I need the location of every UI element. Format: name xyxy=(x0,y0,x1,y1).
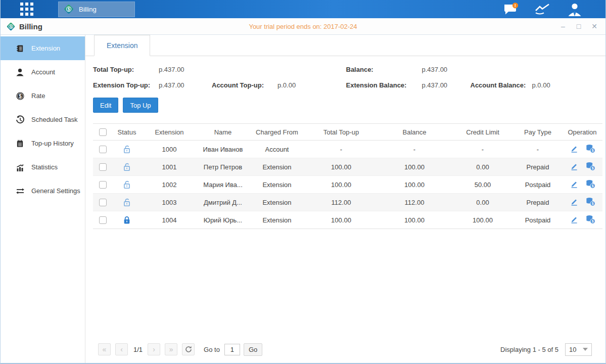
top-up-row-icon[interactable]: $ xyxy=(585,197,595,206)
cell-charged-from: Extension xyxy=(249,194,305,211)
lock-status-icon[interactable] xyxy=(122,179,132,190)
cell-balance: - xyxy=(377,141,452,158)
lock-status-icon[interactable] xyxy=(122,162,132,172)
ledger-icon xyxy=(15,44,25,53)
cell-credit-limit: - xyxy=(452,141,514,158)
page-size-value: 10 xyxy=(569,346,576,353)
cell-pay-type: Postpaid xyxy=(514,176,562,194)
chat-icon[interactable]: ! xyxy=(502,3,519,16)
cell-total-topup: 100.00 xyxy=(305,211,377,229)
balance-value: p.437.00 xyxy=(422,66,471,73)
row-checkbox[interactable] xyxy=(99,146,107,153)
svg-text:$: $ xyxy=(19,93,22,99)
table-row: 1002 Мария Ива... Extension 100.00 100.0… xyxy=(93,176,602,194)
sidebar-item-label: Extension xyxy=(31,44,60,52)
cell-name: Петр Петров xyxy=(197,158,249,176)
lock-status-icon[interactable] xyxy=(122,197,132,207)
column-header-pay-type: Pay Type xyxy=(514,124,562,141)
sidebar-item-label: Top-up History xyxy=(31,140,74,147)
goto-label: Go to xyxy=(204,346,220,353)
refresh-button[interactable] xyxy=(182,343,195,355)
history-clock-icon xyxy=(15,115,25,124)
chevron-down-icon xyxy=(583,348,588,351)
top-up-row-icon[interactable]: $ xyxy=(585,144,595,153)
page-size-select[interactable]: 10 xyxy=(565,343,592,356)
displaying-text: Displaying 1 - 5 of 5 xyxy=(500,346,558,353)
cell-name: Юрий Юрь... xyxy=(197,211,249,229)
table-row: 1000 Иван Иванов Account - - - - xyxy=(93,141,602,158)
sidebar-item-statistics[interactable]: Statistics xyxy=(1,155,85,179)
top-up-button[interactable]: Top Up xyxy=(123,98,158,113)
go-button[interactable]: Go xyxy=(244,343,262,356)
sidebar-item-label: Statistics xyxy=(31,163,58,171)
account-balance-value: p.0.00 xyxy=(532,81,599,89)
cell-total-topup: 112.00 xyxy=(305,194,377,211)
lock-status-icon[interactable] xyxy=(122,144,132,154)
cell-total-topup: 100.00 xyxy=(305,158,377,176)
main-panel: Extension Total Top-up: p.437.00 Extensi… xyxy=(85,35,605,363)
maximize-button[interactable]: □ xyxy=(575,23,583,30)
row-checkbox[interactable] xyxy=(99,199,107,206)
edit-button[interactable]: Edit xyxy=(93,98,118,113)
edit-row-icon[interactable] xyxy=(570,162,579,171)
sidebar-item-label: General Settings xyxy=(31,187,80,195)
column-header-balance: Balance xyxy=(377,124,452,141)
column-header-total-topup: Total Top-up xyxy=(305,124,377,141)
chart-icon[interactable] xyxy=(534,3,552,16)
window-title-group: $ Billing xyxy=(6,22,42,31)
person-icon xyxy=(15,68,25,77)
cell-credit-limit: 50.00 xyxy=(452,176,514,194)
top-up-row-icon[interactable]: $ xyxy=(585,215,595,224)
cell-extension: 1002 xyxy=(142,176,197,194)
extension-content: Total Top-up: p.437.00 Extension Top-up:… xyxy=(85,56,605,363)
sidebar-item-rate[interactable]: $ Rate xyxy=(1,84,85,108)
edit-row-icon[interactable] xyxy=(570,215,579,224)
top-up-row-icon[interactable]: $ xyxy=(585,162,595,171)
cell-extension: 1003 xyxy=(142,194,197,211)
row-checkbox[interactable] xyxy=(99,181,107,189)
cell-balance: 112.00 xyxy=(377,194,452,211)
edit-row-icon[interactable] xyxy=(570,197,579,206)
sidebar-item-topup-history[interactable]: Top-up History xyxy=(1,131,85,155)
first-page-button[interactable]: « xyxy=(98,343,111,355)
app-body: Extension Account $ Rate Scheduled Task xyxy=(1,35,605,363)
column-header-status: Status xyxy=(112,124,142,141)
taskbar-tab-billing[interactable]: $ Billing xyxy=(58,2,135,17)
svg-text:$: $ xyxy=(591,149,593,153)
svg-text:$: $ xyxy=(68,7,70,12)
page-indicator: 1/1 xyxy=(133,346,143,353)
sidebar-item-account[interactable]: Account xyxy=(1,60,85,84)
prev-page-button[interactable]: ‹ xyxy=(115,343,128,355)
select-all-checkbox[interactable] xyxy=(99,128,107,136)
sidebar-item-extension[interactable]: Extension xyxy=(1,36,85,60)
account-topup-label: Account Top-up: xyxy=(212,81,277,89)
edit-row-icon[interactable] xyxy=(570,179,579,189)
billing-app-window: $ Billing ! xyxy=(0,0,606,364)
cell-pay-type: Prepaid xyxy=(514,194,562,211)
sidebar-item-scheduled-task[interactable]: Scheduled Task xyxy=(1,108,85,131)
sidebar-item-general-settings[interactable]: General Settings xyxy=(1,179,85,203)
window-controls: – □ ✕ xyxy=(559,23,598,30)
edit-row-icon[interactable] xyxy=(570,144,579,153)
account-balance-label: Account Balance: xyxy=(471,81,532,89)
cell-balance: 100.00 xyxy=(377,211,452,229)
user-icon[interactable] xyxy=(567,3,582,16)
last-page-button[interactable]: » xyxy=(165,343,177,355)
total-topup-value: p.437.00 xyxy=(159,66,212,73)
minimize-button[interactable]: – xyxy=(559,23,567,30)
cell-extension: 1004 xyxy=(142,211,197,229)
row-checkbox[interactable] xyxy=(99,163,107,171)
cell-name: Иван Иванов xyxy=(197,141,249,158)
svg-text:$: $ xyxy=(591,166,593,170)
top-up-row-icon[interactable]: $ xyxy=(585,179,595,189)
cell-charged-from: Extension xyxy=(249,211,305,229)
lock-status-icon[interactable] xyxy=(122,215,132,225)
tab-extension[interactable]: Extension xyxy=(94,35,150,56)
topbar-right-icons: ! xyxy=(502,3,582,16)
row-checkbox[interactable] xyxy=(99,216,107,224)
close-button[interactable]: ✕ xyxy=(590,23,598,30)
next-page-button[interactable]: › xyxy=(148,343,160,355)
cell-credit-limit: 0.00 xyxy=(452,158,514,176)
app-grid-icon[interactable] xyxy=(18,0,36,18)
goto-page-input[interactable] xyxy=(224,344,240,355)
